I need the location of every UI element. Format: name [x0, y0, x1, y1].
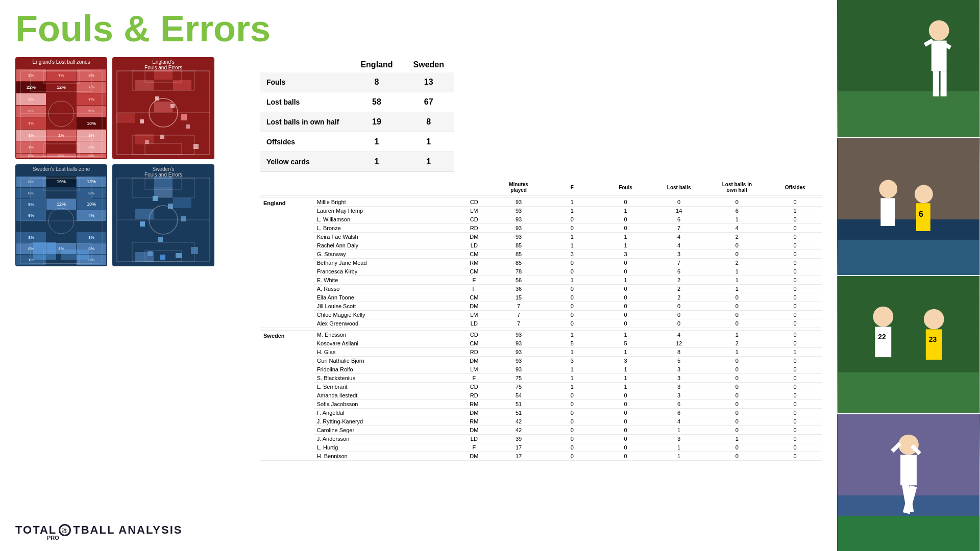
- player-fouls: 1: [599, 331, 652, 339]
- player-lost: 3: [652, 383, 706, 391]
- photo-2: 6: [837, 138, 980, 276]
- heatcell: [46, 106, 76, 117]
- svg-rect-54: [941, 71, 947, 96]
- player-fouls: 1: [599, 241, 652, 250]
- logo-container: TOTAL ⚽ TBALL ANALYSIS PRO: [15, 518, 250, 541]
- player-fouls: 0: [599, 267, 652, 276]
- player-table: Minutesplayed F Fouls Lost balls Lost ba…: [260, 180, 822, 461]
- player-lost: 2: [652, 285, 706, 293]
- heatcell: 3%: [77, 69, 106, 81]
- player-fouls: 5: [599, 339, 652, 348]
- player-pos: RD: [456, 348, 492, 357]
- player-fouls: 1: [599, 383, 652, 391]
- england-maps-row: England's Lost ball zones 2% 7% 3% 22% 1…: [15, 57, 250, 159]
- table-row: Rachel Ann Daly LD 85 1 1 4 0 0: [260, 241, 822, 250]
- left-panel: England's Lost ball zones 2% 7% 3% 22% 1…: [15, 57, 250, 541]
- player-minutes: 78: [492, 267, 546, 276]
- svg-rect-72: [838, 515, 979, 551]
- player-minutes: 56: [492, 276, 546, 285]
- player-own-half: 2: [706, 339, 769, 348]
- player-lost: 6: [652, 400, 706, 409]
- table-row: Ella Ann Toone CM 15 0 0 2 0 0: [260, 293, 822, 302]
- player-offsides: 0: [768, 331, 822, 339]
- player-pos: LD: [456, 241, 492, 250]
- player-pos: CM: [456, 267, 492, 276]
- svg-text:22: 22: [878, 333, 886, 341]
- th-metric: [260, 57, 350, 72]
- player-own-half: 0: [706, 400, 769, 409]
- player-pos: DM: [456, 233, 492, 241]
- svg-rect-69: [926, 329, 942, 360]
- player-offsides: 0: [768, 426, 822, 435]
- player-lost: 5: [652, 357, 706, 365]
- player-own-half: 1: [706, 285, 769, 293]
- player-minutes: 17: [492, 443, 546, 452]
- sweden-maps-row: Sweden's Lost balls zone 6% 19% 12% 6% 6…: [15, 164, 250, 266]
- player-own-half: 0: [706, 293, 769, 302]
- player-name: L. Sembrant: [314, 383, 456, 391]
- heatcell: 2%: [16, 106, 46, 117]
- player-minutes: 85: [492, 241, 546, 250]
- heatcell: 7%: [46, 69, 76, 81]
- photos-panel: 6 22 23: [837, 0, 980, 551]
- svg-rect-56: [838, 239, 979, 275]
- player-name: L. Bronze: [314, 224, 456, 233]
- player-pos: RM: [456, 417, 492, 426]
- player-pos: DM: [456, 426, 492, 435]
- player-pos: CM: [456, 250, 492, 259]
- player-f: 1: [545, 241, 599, 250]
- player-name: J. Rytting-Kaneryd: [314, 417, 456, 426]
- player-f: 0: [545, 443, 599, 452]
- table-row: L. Williamson CD 93 0 0 6 1 0: [260, 215, 822, 224]
- player-own-half: 4: [706, 224, 769, 233]
- player-lost: 3: [652, 374, 706, 383]
- player-name: E. White: [314, 276, 456, 285]
- sweden-value: 8: [403, 112, 454, 132]
- player-f: 1: [545, 383, 599, 391]
- england-value: 8: [350, 72, 403, 92]
- england-value: 1: [350, 152, 403, 172]
- player-offsides: 0: [768, 311, 822, 319]
- player-own-half: 0: [706, 198, 769, 207]
- table-row: Amanda Ilestedt RD 54 0 0 3 0 0: [260, 391, 822, 400]
- player-name: Bethany Jane Mead: [314, 259, 456, 267]
- summary-row: Lost balls in own half 19 8: [260, 112, 454, 132]
- sweden-lost-ball-map: Sweden's Lost balls zone 6% 19% 12% 6% 6…: [15, 164, 107, 266]
- table-row: Lauren May Hemp LM 93 1 1 14 6 1: [260, 207, 822, 215]
- player-minutes: 51: [492, 400, 546, 409]
- heatcell: 0%: [46, 154, 76, 158]
- player-fouls: 0: [599, 319, 652, 328]
- player-f: 1: [545, 348, 599, 357]
- player-name: Keira Fae Walsh: [314, 233, 456, 241]
- player-pos: CM: [456, 339, 492, 348]
- content-row: England's Lost ball zones 2% 7% 3% 22% 1…: [15, 57, 822, 541]
- player-lost: 14: [652, 207, 706, 215]
- player-offsides: 1: [768, 348, 822, 357]
- sweden-lost-title: Sweden's Lost balls zone: [33, 166, 90, 172]
- player-minutes: 93: [492, 339, 546, 348]
- player-fouls: 3: [599, 250, 652, 259]
- svg-point-68: [924, 309, 944, 330]
- metric-label: Yellow cards: [260, 152, 350, 172]
- player-pos: F: [456, 276, 492, 285]
- table-row: F. Angeldal DM 51 0 0 6 0 0: [260, 409, 822, 417]
- player-pos: CD: [456, 331, 492, 339]
- table-row: E. White F 56 1 1 2 1 0: [260, 276, 822, 285]
- summary-stats-container: England Sweden Fouls 8 13 Lost balls 58 …: [260, 57, 822, 172]
- fouls-grid: [116, 69, 210, 155]
- photo-4: [837, 414, 980, 552]
- player-name: G. Stanway: [314, 250, 456, 259]
- player-pos: LM: [456, 207, 492, 215]
- player-pos: F: [456, 285, 492, 293]
- svg-text:6: 6: [919, 210, 923, 218]
- player-offsides: 0: [768, 293, 822, 302]
- svg-point-58: [879, 180, 897, 198]
- player-own-half: 0: [706, 374, 769, 383]
- player-own-half: 6: [706, 207, 769, 215]
- england-value: 1: [350, 132, 403, 152]
- england-lost-ball-map: England's Lost ball zones 2% 7% 3% 22% 1…: [15, 57, 107, 159]
- player-offsides: 1: [768, 207, 822, 215]
- player-minutes: 93: [492, 233, 546, 241]
- table-row: A. Russo F 36 0 0 2 1 0: [260, 285, 822, 293]
- player-own-half: 1: [706, 215, 769, 224]
